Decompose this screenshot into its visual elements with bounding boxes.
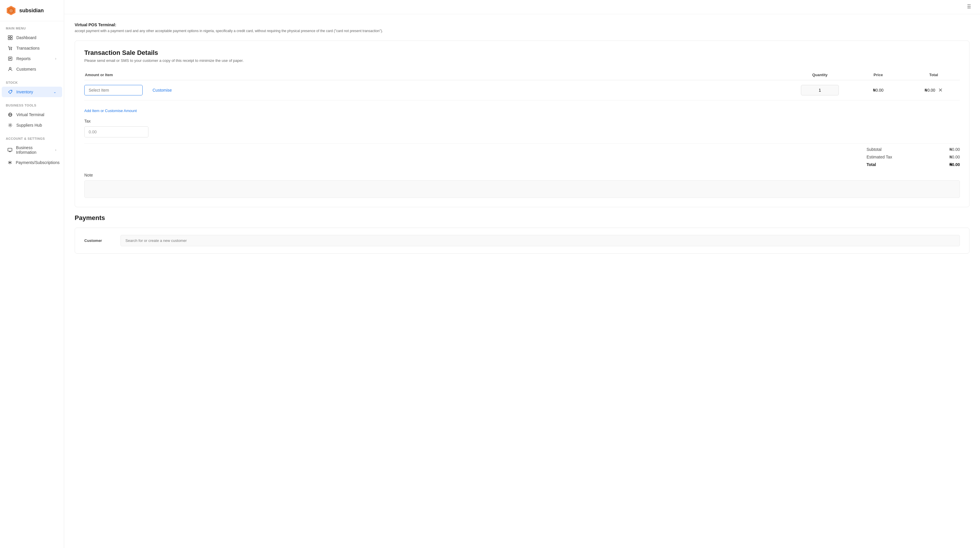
estimated-tax-label: Estimated Tax — [867, 155, 892, 159]
asterisk-icon — [8, 160, 12, 165]
subtotal-value: ₦0.00 — [950, 147, 960, 152]
dashboard-icon — [8, 35, 13, 40]
svg-rect-3 — [8, 36, 10, 37]
content-area: Virtual POS Terminal: accept payment wit… — [64, 14, 980, 272]
sidebar: subsidian Main Menu Dashboard Transactio… — [0, 0, 64, 548]
grand-total-value: ₦0.00 — [950, 162, 960, 167]
sidebar-item-suppliers-hub-label: Suppliers Hub — [16, 123, 42, 127]
svg-rect-19 — [8, 148, 12, 151]
vpos-description: accept payment with a payment card and a… — [75, 28, 969, 33]
svg-point-18 — [10, 124, 11, 126]
th-quantity: Quantity — [791, 73, 849, 77]
subtotal-label: Subtotal — [867, 147, 881, 152]
grid-icon[interactable]: ⠿ — [967, 3, 972, 11]
estimated-tax-value: ₦0.00 — [950, 155, 960, 159]
sidebar-item-customers[interactable]: Customers — [2, 64, 62, 75]
sidebar-item-dashboard-label: Dashboard — [16, 35, 37, 40]
account-label: Account & Settings — [0, 137, 64, 143]
grand-total-row: Total ₦0.00 — [867, 162, 960, 167]
transaction-card: Transaction Sale Details Please send ema… — [75, 41, 969, 207]
logo-area: subsidian — [0, 0, 64, 21]
sidebar-item-reports-label: Reports — [16, 56, 30, 61]
main-content: ⠿ Virtual POS Terminal: accept payment w… — [64, 0, 980, 548]
customer-search-input[interactable] — [121, 235, 960, 246]
total-value: ₦0.00 — [924, 88, 935, 92]
app-name: subsidian — [19, 8, 44, 14]
table-row: Customise ₦0.00 ₦0.00 ✕ — [84, 80, 960, 100]
sidebar-item-suppliers-hub[interactable]: Suppliers Hub — [2, 120, 62, 131]
svg-point-8 — [11, 49, 12, 50]
sidebar-item-inventory[interactable]: Inventory ⌄ — [2, 87, 62, 97]
note-label: Note — [84, 173, 960, 177]
totals-section: Subtotal ₦0.00 Estimated Tax ₦0.00 Total… — [84, 143, 960, 167]
topbar: ⠿ — [64, 0, 980, 14]
globe-icon — [8, 112, 13, 117]
stock-section: Stock Inventory ⌄ — [0, 76, 64, 98]
note-textarea[interactable] — [84, 180, 960, 198]
svg-rect-5 — [8, 38, 10, 40]
grand-total-label: Total — [867, 162, 876, 167]
payments-card: Customer — [75, 228, 969, 253]
business-tools-label: Business Tools — [0, 104, 64, 110]
payments-title: Payments — [75, 214, 969, 222]
sidebar-item-virtual-terminal[interactable]: Virtual Terminal — [2, 110, 62, 120]
svg-point-14 — [11, 91, 12, 91]
sidebar-item-virtual-terminal-label: Virtual Terminal — [16, 112, 45, 117]
sidebar-item-reports[interactable]: Reports › — [2, 53, 62, 64]
app-logo-icon — [6, 5, 16, 16]
svg-point-13 — [10, 67, 11, 69]
tax-section: Tax — [84, 119, 960, 137]
add-item-link[interactable]: Add Item or Customise Amount — [84, 108, 137, 113]
table-header: Amount or Item Quantity Price Total — [84, 70, 960, 80]
total-cell: ₦0.00 ✕ — [907, 88, 960, 93]
inventory-chevron: ⌄ — [53, 90, 56, 94]
item-cell: Customise — [84, 85, 791, 96]
transaction-title: Transaction Sale Details — [84, 49, 960, 57]
sidebar-item-business-info-label: Business Information — [16, 145, 52, 155]
stock-label: Stock — [0, 81, 64, 87]
vpos-header: Virtual POS Terminal: accept payment wit… — [75, 22, 969, 33]
th-price: Price — [849, 73, 907, 77]
business-tools-section: Business Tools Virtual Terminal Supplier… — [0, 98, 64, 132]
svg-point-7 — [10, 49, 10, 50]
customers-icon — [8, 67, 13, 72]
sidebar-item-transactions-label: Transactions — [16, 46, 40, 51]
cart-icon — [8, 46, 13, 51]
note-section: Note — [84, 173, 960, 199]
sidebar-item-inventory-label: Inventory — [16, 89, 33, 94]
sidebar-item-dashboard[interactable]: Dashboard — [2, 32, 62, 43]
price-cell: ₦0.00 — [849, 88, 907, 92]
vpos-title: Virtual POS Terminal: — [75, 22, 969, 27]
remove-row-button[interactable]: ✕ — [938, 88, 943, 93]
transaction-subtitle: Please send email or SMS to your custome… — [84, 58, 960, 63]
quantity-cell — [791, 85, 849, 96]
payments-section: Payments Customer — [75, 214, 969, 264]
sidebar-item-customers-label: Customers — [16, 67, 36, 72]
monitor-icon — [8, 147, 13, 153]
main-menu-label: Main Menu — [0, 27, 64, 32]
estimated-tax-row: Estimated Tax ₦0.00 — [867, 155, 960, 159]
svg-rect-4 — [11, 36, 12, 37]
th-amount-or-item: Amount or Item — [84, 73, 791, 77]
customer-row: Customer — [84, 235, 960, 246]
th-total: Total — [907, 73, 960, 77]
gear-icon — [8, 123, 13, 128]
main-menu-section: Main Menu Dashboard Transactions Reports… — [0, 21, 64, 76]
reports-chevron: › — [55, 57, 56, 61]
sidebar-item-business-info[interactable]: Business Information › — [2, 143, 62, 157]
sidebar-item-transactions[interactable]: Transactions — [2, 43, 62, 53]
reports-icon — [8, 56, 13, 61]
quantity-input[interactable] — [801, 85, 839, 96]
tax-label: Tax — [84, 119, 960, 123]
subtotal-row: Subtotal ₦0.00 — [867, 147, 960, 152]
tax-input[interactable] — [84, 126, 148, 137]
select-item-input[interactable] — [84, 85, 143, 96]
svg-rect-6 — [11, 38, 12, 40]
customise-link[interactable]: Customise — [153, 88, 172, 92]
business-info-chevron: › — [55, 148, 56, 152]
customer-label: Customer — [84, 238, 113, 243]
sidebar-item-payments-subs[interactable]: Payments/Subscriptions — [2, 157, 62, 168]
tag-icon — [8, 89, 13, 94]
sidebar-item-payments-subs-label: Payments/Subscriptions — [16, 160, 59, 165]
account-section: Account & Settings Business Information … — [0, 132, 64, 169]
